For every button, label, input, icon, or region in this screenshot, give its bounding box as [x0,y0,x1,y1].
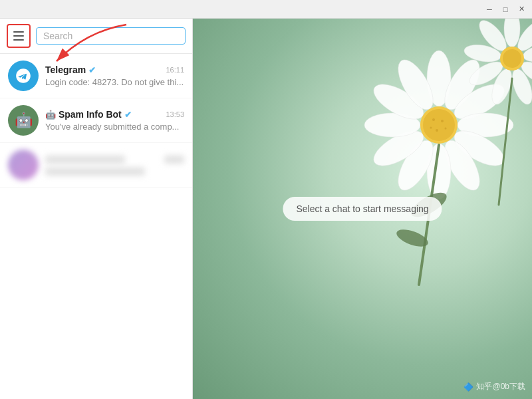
search-input-wrapper [36,27,186,45]
app-container: Telegram ✔ 16:11 Login code: 48273. Do n… [0,19,532,399]
sidebar: Telegram ✔ 16:11 Login code: 48273. Do n… [0,19,193,399]
search-bar [0,19,192,54]
daisy-decoration [286,19,532,338]
chat-time-telegram: 16:11 [166,66,184,74]
chat-item-spam-bot[interactable]: 🤖 🤖 Spam Info Bot ✔ 13:53 You've a [0,98,192,143]
svg-point-20 [504,19,520,47]
hamburger-icon [13,31,24,41]
svg-point-16 [441,120,444,122]
blurred-preview [45,168,145,176]
hamburger-button[interactable] [7,24,31,48]
svg-point-19 [430,127,432,129]
chat-list: Telegram ✔ 16:11 Login code: 48273. Do n… [0,54,192,399]
svg-point-14 [423,109,455,141]
select-chat-message: Select a chat to start messaging [283,197,442,221]
search-input[interactable] [43,31,178,41]
watermark: 🔷 知乎@0b下载 [464,381,525,392]
svg-point-18 [445,128,447,130]
minimize-button[interactable]: ─ [481,3,497,16]
watermark-icon: 🔷 [464,382,473,392]
title-bar: ─ □ ✕ [0,0,532,19]
chat-info-blurred [45,154,184,176]
verified-badge-telegram: ✔ [88,65,96,75]
blurred-name [45,156,125,164]
chat-item-telegram[interactable]: Telegram ✔ 16:11 Login code: 48273. Do n… [0,54,192,98]
svg-point-17 [436,129,438,132]
chat-time-spam-bot: 13:53 [166,110,184,118]
chat-name-spam-bot: 🤖 Spam Info Bot [45,109,122,120]
avatar-blurred [8,150,39,180]
avatar-spam-bot: 🤖 [8,105,39,136]
blurred-time [164,156,184,164]
chat-info-telegram: Telegram ✔ 16:11 Login code: 48273. Do n… [45,65,184,87]
chat-preview-spam-bot: You've already submitted a comp... [45,122,184,132]
avatar-telegram [8,61,39,91]
chat-info-spam-bot: 🤖 Spam Info Bot ✔ 13:53 You've already s… [45,109,184,132]
close-button[interactable]: ✕ [513,3,529,16]
main-area: Select a chat to start messaging 🔷 知乎@0b… [193,19,532,399]
maximize-button[interactable]: □ [497,3,513,16]
chat-name-telegram: Telegram [45,65,86,75]
svg-point-15 [432,118,435,121]
chat-preview-telegram: Login code: 48273. Do not give thi... [45,77,184,87]
watermark-text: 知乎@0b下载 [476,381,525,392]
verified-badge-spam-bot: ✔ [124,110,132,120]
chat-item-blurred[interactable] [0,143,192,188]
svg-point-30 [503,49,521,68]
